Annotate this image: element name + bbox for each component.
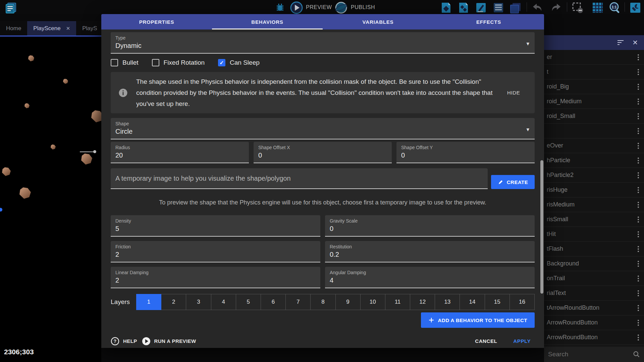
layer-cell-2[interactable]: 2 (161, 294, 186, 310)
list-item[interactable]: hParticle (544, 153, 644, 168)
physics-gizmo-dot[interactable] (93, 150, 96, 153)
kebab-menu-icon[interactable] (633, 261, 644, 267)
add-behavior-button[interactable]: ADD A BEHAVIOR TO THE OBJECT (421, 312, 535, 328)
list-item[interactable]: t (544, 65, 644, 79)
layer-cell-8[interactable]: 8 (311, 294, 335, 310)
list-item[interactable]: roid_Big (544, 79, 644, 94)
list-item[interactable]: eOver (544, 138, 644, 153)
kebab-menu-icon[interactable] (633, 246, 644, 252)
gravity-scale-field[interactable]: Gravity Scale 0 (325, 215, 535, 237)
kebab-menu-icon[interactable] (633, 290, 644, 296)
asteroid-sprite[interactable] (63, 79, 68, 84)
layer-cell-9[interactable]: 9 (336, 294, 361, 310)
friction-field[interactable]: Friction 2 (111, 241, 320, 262)
tab-variables[interactable]: VARIABLES (323, 14, 433, 29)
settings-wrench-icon[interactable] (629, 1, 642, 14)
tab-home[interactable]: Home (0, 21, 27, 36)
search-input[interactable] (548, 351, 630, 358)
shape-select[interactable]: Shape Circle ▾ (111, 118, 535, 139)
instances-list-icon[interactable] (492, 1, 505, 14)
layer-cell-11[interactable]: 11 (385, 294, 410, 310)
apply-button[interactable]: APPLY (510, 336, 534, 347)
layer-cell-16[interactable]: 16 (510, 294, 535, 310)
temp-image-input[interactable] (115, 175, 483, 182)
layer-cell-6[interactable]: 6 (261, 294, 286, 310)
list-item[interactable]: ArrowRoundButton (544, 315, 644, 330)
density-field[interactable]: Density 5 (111, 215, 320, 237)
preview-button[interactable]: PREVIEW (306, 4, 332, 10)
layer-cell-3[interactable]: 3 (186, 294, 211, 310)
list-item[interactable]: er (544, 50, 644, 65)
list-item[interactable] (544, 124, 644, 138)
list-item[interactable]: roid_Medium (544, 94, 644, 109)
list-item[interactable]: risMedium (544, 197, 644, 212)
layer-cell-10[interactable]: 10 (361, 294, 385, 310)
linear-damping-field[interactable]: Linear Damping 2 (111, 267, 320, 288)
filter-icon[interactable] (618, 40, 624, 45)
dialog-scrollbar[interactable] (540, 160, 543, 294)
list-item[interactable]: risSmall (544, 212, 644, 227)
checkbox-check-icon[interactable]: ✓ (218, 59, 225, 66)
kebab-menu-icon[interactable] (633, 320, 644, 326)
list-item[interactable]: hParticle2 (544, 168, 644, 183)
kebab-menu-icon[interactable] (633, 187, 644, 193)
bullet-checkbox[interactable]: Bullet (111, 59, 139, 66)
can-sleep-checkbox[interactable]: ✓ Can Sleep (218, 59, 260, 66)
asteroid-sprite[interactable] (91, 110, 101, 122)
grid-icon[interactable] (591, 1, 604, 14)
zoom-1-1-icon[interactable]: 1:1 (608, 1, 622, 14)
kebab-menu-icon[interactable] (633, 231, 644, 237)
tab-playscene[interactable]: PlayScene ✕ (27, 21, 76, 36)
close-icon[interactable]: ✕ (632, 39, 638, 47)
publish-globe-icon[interactable] (334, 1, 348, 14)
list-item[interactable]: Background (544, 256, 644, 271)
asteroid-sprite[interactable] (81, 154, 92, 165)
kebab-menu-icon[interactable] (633, 172, 644, 178)
restitution-field[interactable]: Restitution 0.2 (325, 241, 535, 262)
kebab-menu-icon[interactable] (633, 113, 644, 119)
tab-playscene-events[interactable]: PlayS (76, 21, 101, 36)
list-item[interactable]: ArrowRoundButton (544, 330, 644, 345)
redo-icon[interactable] (549, 1, 562, 14)
kebab-menu-icon[interactable] (633, 276, 644, 282)
list-item[interactable]: roid_Small (544, 109, 644, 124)
checkbox-box[interactable] (152, 59, 159, 66)
objects-list-icon[interactable] (439, 1, 453, 14)
selection-handle-dot[interactable] (0, 208, 2, 212)
kebab-menu-icon[interactable] (633, 335, 644, 341)
checkbox-box[interactable] (111, 59, 118, 66)
layer-cell-4[interactable]: 4 (211, 294, 236, 310)
layer-cell-14[interactable]: 14 (460, 294, 485, 310)
kebab-menu-icon[interactable] (633, 99, 644, 105)
hide-button[interactable]: HIDE (503, 87, 524, 98)
asteroid-sprite[interactable] (19, 187, 31, 199)
list-item[interactable]: rialText (544, 286, 644, 301)
object-groups-icon[interactable] (457, 1, 470, 14)
asteroid-sprite[interactable] (24, 103, 30, 108)
preview-play-icon[interactable] (290, 1, 303, 14)
layer-cell-7[interactable]: 7 (286, 294, 311, 310)
kebab-menu-icon[interactable] (633, 69, 644, 75)
undo-icon[interactable] (531, 1, 544, 14)
layer-cell-15[interactable]: 15 (485, 294, 510, 310)
cancel-button[interactable]: CANCEL (472, 336, 500, 347)
angular-damping-field[interactable]: Angular Damping 4 (325, 267, 535, 288)
kebab-menu-icon[interactable] (633, 217, 644, 223)
help-button[interactable]: ? HELP (111, 337, 137, 346)
asteroid-sprite[interactable] (51, 144, 56, 149)
kebab-menu-icon[interactable] (633, 128, 644, 134)
tab-effects[interactable]: EFFECTS (433, 14, 544, 29)
tab-behaviors[interactable]: BEHAVIORS (212, 14, 323, 29)
scene-canvas[interactable] (0, 36, 101, 362)
list-item[interactable]: onTrail (544, 271, 644, 286)
publish-button[interactable]: PUBLISH (351, 4, 375, 10)
tab-properties[interactable]: PROPERTIES (101, 14, 212, 29)
layer-cell-5[interactable]: 5 (236, 294, 261, 310)
kebab-menu-icon[interactable] (633, 158, 644, 164)
tab-close-icon[interactable]: ✕ (66, 25, 70, 32)
list-item[interactable]: tArrowRoundButton (544, 301, 644, 315)
list-item[interactable]: tFlash (544, 242, 644, 256)
fixed-rotation-checkbox[interactable]: Fixed Rotation (152, 59, 205, 66)
shape-offset-y-field[interactable]: Shape Offset Y 0 (396, 142, 535, 163)
temp-image-field[interactable] (111, 168, 488, 189)
